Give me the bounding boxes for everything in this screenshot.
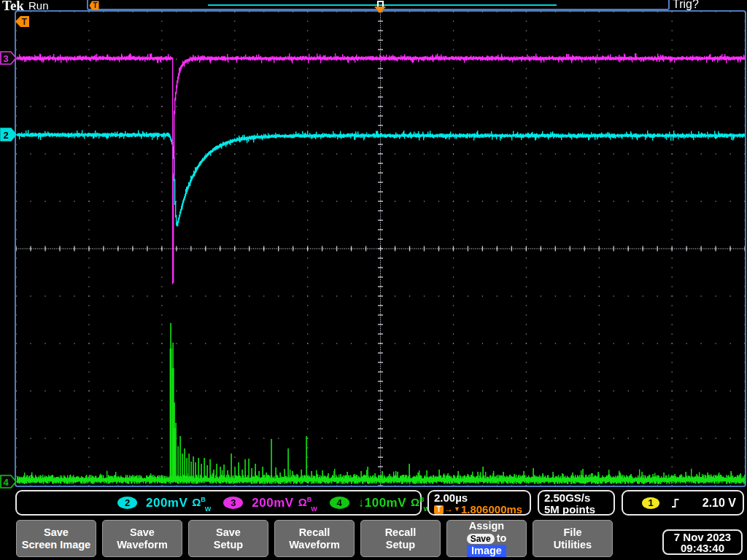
trigger-t-icon: T bbox=[434, 505, 444, 514]
horizontal-readout[interactable]: 2.00µs T→▼1.806000ms bbox=[427, 490, 531, 516]
record-view[interactable]: T bbox=[87, 0, 670, 10]
trigger-source-badge[interactable]: 1 bbox=[642, 497, 659, 509]
rising-slope-icon bbox=[670, 497, 680, 509]
date: 7 Nov 2023 bbox=[664, 532, 741, 542]
channel-4-badge[interactable]: 4 bbox=[330, 497, 349, 509]
channel-2-readout[interactable]: 2 200mV ΩBW bbox=[117, 496, 212, 510]
assign-target: Image bbox=[467, 545, 506, 557]
assign-save-button[interactable]: Assign Saveto Image bbox=[446, 520, 527, 557]
window-position-triangle-icon bbox=[374, 7, 386, 13]
svg-text:4: 4 bbox=[3, 477, 9, 488]
waveform-display bbox=[0, 0, 747, 560]
recall-setup-button[interactable]: Recall Setup bbox=[360, 520, 441, 557]
triangle-down-icon: ▼ bbox=[454, 504, 460, 515]
arrow-right-icon: → bbox=[444, 504, 453, 515]
svg-text:T: T bbox=[22, 17, 28, 27]
save-setup-button[interactable]: Save Setup bbox=[188, 520, 268, 557]
trigger-readout[interactable]: 1 2.10 V bbox=[622, 490, 744, 516]
trigger-position-marker-icon[interactable]: T bbox=[15, 15, 30, 28]
channel-3-scale: 200mV bbox=[252, 496, 293, 510]
svg-text:T: T bbox=[93, 1, 98, 9]
save-waveform-button[interactable]: Save Waveform bbox=[102, 520, 182, 557]
channel-3-marker[interactable]: 3 bbox=[0, 51, 17, 65]
channel-2-impedance: ΩBW bbox=[192, 496, 212, 510]
trigger-status: Trig? bbox=[673, 0, 699, 11]
time: 09:43:40 bbox=[664, 542, 741, 553]
svg-text:2: 2 bbox=[3, 130, 8, 141]
oscilloscope-screen: { "header": { "logo": "Tek", "acq_status… bbox=[0, 0, 747, 560]
sample-rate: 2.50GS/s bbox=[544, 492, 614, 504]
date-time-display: 7 Nov 2023 09:43:40 bbox=[662, 529, 743, 555]
acquisition-status: Run bbox=[28, 0, 49, 12]
record-trigger-flag-icon[interactable]: T bbox=[89, 1, 99, 10]
channel-4-readout[interactable]: 4 ↓100mV ΩBW bbox=[330, 496, 430, 510]
trigger-level: 2.10 V bbox=[703, 497, 736, 510]
channel-3-impedance: ΩBW bbox=[298, 496, 318, 510]
record-length: 5M points bbox=[544, 504, 614, 516]
delay-value: 1.806000ms bbox=[461, 504, 522, 515]
channel-2-marker[interactable]: 2 bbox=[0, 128, 17, 141]
channel-readouts: 2 200mV ΩBW 3 200mV ΩBW 4 ↓100mV ΩBW bbox=[15, 490, 422, 516]
horizontal-delay: T→▼1.806000ms bbox=[434, 504, 530, 515]
horizontal-scale: 2.00µs bbox=[434, 492, 530, 504]
offset-arrow-icon: ↓ bbox=[358, 496, 365, 510]
file-utilities-button[interactable]: File Utilities bbox=[533, 520, 613, 557]
channel-2-scale: 200mV bbox=[146, 496, 187, 510]
channel-4-scale: ↓100mV bbox=[358, 496, 406, 510]
channel-3-readout[interactable]: 3 200mV ΩBW bbox=[223, 496, 317, 510]
channel-3-badge[interactable]: 3 bbox=[223, 497, 243, 509]
save-screen-image-button[interactable]: Save Screen Image bbox=[16, 520, 96, 557]
svg-text:3: 3 bbox=[3, 53, 8, 64]
tek-logo: Tek bbox=[2, 0, 24, 14]
channel-2-badge[interactable]: 2 bbox=[117, 497, 137, 509]
recall-waveform-button[interactable]: Recall Waveform bbox=[274, 520, 355, 557]
save-key-icon: Save bbox=[467, 534, 495, 544]
acquisition-readout[interactable]: 2.50GS/s 5M points bbox=[538, 490, 615, 516]
channel-4-marker[interactable]: 4 bbox=[0, 475, 17, 489]
